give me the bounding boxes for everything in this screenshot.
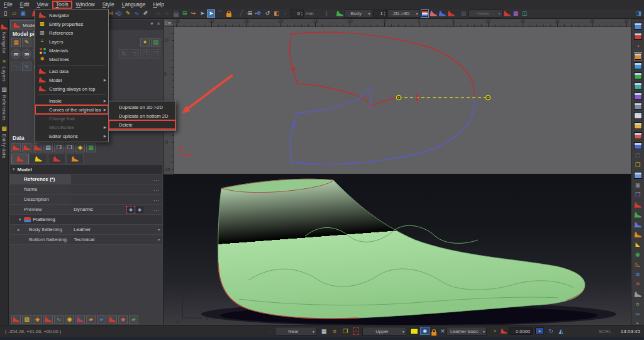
red-last-icon[interactable] — [447, 9, 455, 18]
curve-preview-icon[interactable]: ∿ — [11, 62, 21, 71]
copy-piece2-icon[interactable]: ❒ — [151, 49, 160, 59]
sidebar-tab-navigator[interactable]: Navigator — [0, 23, 8, 54]
striped-last-icon[interactable] — [430, 9, 438, 18]
data-tab-3[interactable] — [48, 154, 65, 164]
data-tab-2[interactable] — [30, 154, 47, 164]
views-select[interactable]: Views▾ — [469, 9, 502, 18]
export-piece-icon[interactable]: ▤ — [151, 38, 160, 47]
menu-item-materials[interactable]: Materials — [35, 46, 108, 55]
expand-icon[interactable]: ▸ — [18, 227, 20, 232]
near-select[interactable]: Near▾ — [275, 327, 316, 336]
menu-language[interactable]: Language — [118, 1, 150, 9]
new-document-icon[interactable]: ▯ — [1, 9, 9, 18]
camera-record-icon[interactable]: ◉ — [127, 207, 135, 213]
offset-field[interactable]: 0.0000 — [509, 327, 533, 335]
folders-icon[interactable]: ❒ — [634, 161, 642, 169]
refresh-icon[interactable]: ↻ — [547, 326, 555, 337]
data-tab-1[interactable] — [11, 154, 29, 164]
piece-green-icon[interactable]: ▰ — [129, 315, 138, 324]
window-green-icon[interactable] — [634, 72, 642, 80]
piece-teal-icon[interactable]: ∿ — [54, 315, 64, 324]
material-select[interactable]: Leather basic▾ — [447, 327, 487, 336]
blue-cross-marker[interactable] — [291, 122, 297, 128]
checkbox-icon[interactable]: ▫ — [281, 9, 289, 18]
select-node-icon[interactable]: ➤ — [198, 9, 206, 18]
paste-doc-icon[interactable]: ❒ — [65, 143, 74, 152]
group-row-flattening[interactable]: ▾ Flattening — [10, 215, 162, 225]
chevron-down-icon[interactable]: ▾ — [158, 237, 160, 242]
menu-item-navigator[interactable]: Navigator — [35, 11, 108, 20]
submenu-item-delete[interactable]: Delete — [109, 120, 175, 129]
spinner-icon[interactable]: ⇅ — [119, 49, 128, 59]
piece-blue-icon[interactable]: ▰ — [97, 315, 106, 324]
lock-open-icon[interactable] — [172, 9, 180, 18]
flag-icon[interactable] — [421, 9, 429, 18]
green-last-icon[interactable] — [634, 211, 642, 219]
piece-red3-icon[interactable] — [108, 315, 117, 324]
pattern-left-bottom-curve[interactable] — [290, 113, 297, 162]
property-row-bottom-flattening[interactable]: Bottom flattening Technical ▾ — [10, 235, 162, 245]
window-orange-icon[interactable] — [634, 52, 642, 60]
window-sky-icon[interactable] — [634, 62, 642, 70]
curve-colored-icon[interactable]: ∿ — [22, 62, 31, 71]
close-icon[interactable]: ✕ — [157, 21, 160, 26]
flatten-icon[interactable]: ◫ — [521, 9, 529, 18]
add-last-icon[interactable] — [503, 9, 511, 18]
save-icon[interactable]: ▣ — [19, 9, 27, 18]
menu-item-layers[interactable]: ≡Layers — [35, 37, 108, 46]
lock-icon[interactable] — [431, 327, 436, 338]
measure-icon[interactable]: ◭ — [557, 326, 565, 337]
view-2d-button[interactable]: 2D — [11, 49, 21, 59]
data-tab-4[interactable] — [66, 154, 84, 164]
stack-red-icon[interactable]: ≋ — [634, 280, 642, 288]
name-browse-button[interactable]: ... — [153, 186, 160, 192]
sidebar-tab-entity-data[interactable]: ▩Entity data — [0, 125, 8, 159]
last-icon[interactable] — [499, 326, 508, 337]
window-purple-icon[interactable] — [634, 92, 642, 100]
sidebar-tab-references[interactable]: ▥References — [0, 86, 8, 121]
2d-pattern-canvas[interactable] — [164, 19, 631, 174]
line-style-icon[interactable]: ╱▾ — [237, 9, 245, 18]
property-row-preview[interactable]: Preview Dynamic ◉ ◉ ... — [10, 205, 162, 215]
pencil-icon[interactable]: ✎ — [124, 9, 132, 18]
image-icon[interactable]: ▦ — [86, 143, 96, 152]
pattern-inner-curve[interactable] — [297, 84, 397, 106]
property-row-description[interactable]: Description ... — [10, 195, 162, 205]
camera-icon[interactable]: ▣ — [634, 181, 642, 190]
pattern-left-curve[interactable] — [290, 34, 297, 84]
offset-spinner[interactable]: 0▴▾ — [290, 9, 304, 18]
document-icon[interactable]: ▤ — [43, 143, 53, 152]
reference-browse-button[interactable]: ... — [153, 176, 160, 182]
snap-checkbox[interactable]: ▫ — [269, 326, 270, 337]
preview-value[interactable]: Dynamic — [71, 205, 162, 214]
name-value[interactable] — [71, 184, 162, 194]
open-folder-icon[interactable]: ▱ — [10, 9, 18, 18]
property-row-name[interactable]: Name ... — [10, 184, 162, 195]
window-cyan-icon[interactable] — [634, 82, 642, 90]
description-value[interactable] — [71, 195, 162, 204]
window-doc-icon[interactable] — [634, 171, 642, 179]
sidebar-tab-layers[interactable]: ≡Layers — [0, 57, 8, 82]
3d-viewport[interactable]: Z X Y — [164, 174, 631, 325]
tools-icon[interactable]: ✕ — [438, 326, 447, 337]
menu-tools[interactable]: Tools — [52, 1, 72, 9]
menu-item-last-data[interactable]: Last data — [35, 67, 108, 76]
blue-last-icon[interactable] — [438, 9, 447, 18]
orange-last-icon[interactable] — [634, 230, 642, 239]
move-icon[interactable]: ✥ — [255, 9, 263, 18]
copy-piece-icon[interactable]: ❒ — [140, 49, 150, 59]
target-icon[interactable]: ◉ — [634, 251, 642, 259]
menu-help[interactable]: Help — [150, 1, 168, 9]
window-slate-icon[interactable] — [634, 102, 642, 110]
window-mixed-icon[interactable] — [634, 132, 642, 140]
piece-magenta-icon[interactable] — [75, 315, 85, 324]
layers-copy-icon[interactable]: ❒ — [634, 191, 642, 199]
body-select[interactable]: Body▾ — [345, 9, 372, 18]
rotate-icon[interactable]: ↺ — [264, 9, 272, 18]
piece-dot-icon[interactable]: ◉ — [65, 315, 74, 324]
piece-red2-icon[interactable] — [43, 315, 53, 324]
eu-flag-icon[interactable]: ✶ — [535, 327, 544, 334]
link-icon[interactable]: ∞ — [154, 9, 162, 18]
red-cross-marker[interactable] — [290, 66, 296, 72]
swatch-icon[interactable]: ◧ — [272, 9, 280, 18]
